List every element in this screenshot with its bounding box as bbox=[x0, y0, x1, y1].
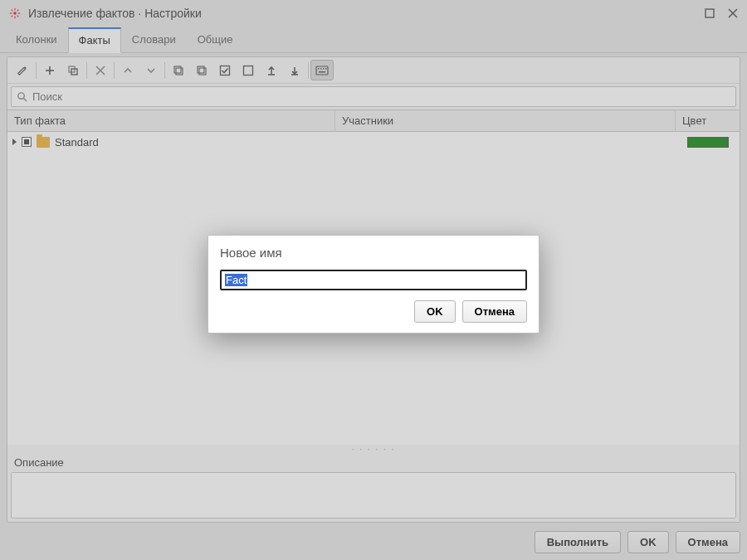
window-title: Извлечение фактов · Настройки bbox=[28, 7, 704, 20]
settings-icon[interactable] bbox=[11, 60, 34, 80]
titlebar: Извлечение фактов · Настройки bbox=[0, 0, 747, 27]
copy-icon[interactable] bbox=[61, 60, 85, 80]
column-fact-type[interactable]: Тип факта bbox=[7, 110, 335, 131]
dialog-title: Новое имя bbox=[220, 246, 527, 260]
svg-rect-31 bbox=[323, 68, 325, 70]
dialog-ok-button[interactable]: OK bbox=[414, 300, 456, 323]
toolbar bbox=[7, 57, 740, 84]
close-icon[interactable] bbox=[727, 7, 739, 19]
collapse-all-icon[interactable] bbox=[190, 60, 213, 80]
bottom-bar: Выполнить OK Отмена bbox=[0, 523, 747, 560]
svg-rect-20 bbox=[199, 68, 206, 75]
import-icon[interactable] bbox=[283, 60, 306, 80]
export-icon[interactable] bbox=[260, 60, 283, 80]
expand-icon[interactable] bbox=[12, 139, 17, 145]
dialog-name-input[interactable]: Fact bbox=[220, 270, 527, 290]
tabs: Колонки Факты Словари Общие bbox=[0, 27, 747, 53]
svg-rect-19 bbox=[176, 68, 183, 75]
ok-button[interactable]: OK bbox=[627, 531, 669, 553]
checkbox-indeterminate[interactable] bbox=[22, 137, 32, 147]
svg-rect-30 bbox=[320, 68, 322, 70]
move-down-icon[interactable] bbox=[139, 60, 163, 80]
svg-point-0 bbox=[14, 12, 16, 14]
dialog-input-value: Fact bbox=[225, 274, 247, 286]
folder-icon bbox=[37, 137, 50, 148]
svg-line-5 bbox=[12, 10, 13, 12]
add-icon[interactable] bbox=[38, 60, 61, 80]
svg-point-34 bbox=[18, 93, 24, 99]
maximize-icon[interactable] bbox=[704, 7, 715, 19]
tab-columns[interactable]: Колонки bbox=[5, 27, 68, 53]
tab-facts[interactable]: Факты bbox=[68, 27, 121, 53]
svg-line-35 bbox=[23, 98, 27, 101]
svg-line-6 bbox=[17, 16, 19, 17]
rename-dialog: Новое имя Fact OK Отмена bbox=[208, 235, 540, 334]
svg-rect-28 bbox=[316, 66, 328, 75]
svg-line-8 bbox=[12, 16, 13, 17]
tab-general[interactable]: Общие bbox=[187, 27, 244, 53]
svg-line-7 bbox=[17, 10, 19, 12]
delete-icon[interactable] bbox=[89, 60, 112, 80]
svg-rect-32 bbox=[325, 68, 327, 70]
svg-rect-29 bbox=[318, 68, 320, 70]
app-icon bbox=[8, 7, 22, 20]
row-name: Standard bbox=[55, 136, 99, 149]
column-participants[interactable]: Участники bbox=[335, 110, 676, 131]
svg-rect-21 bbox=[198, 66, 204, 73]
splitter[interactable]: · · · · · · bbox=[7, 445, 740, 453]
svg-rect-9 bbox=[706, 9, 714, 17]
expand-all-icon[interactable] bbox=[167, 60, 190, 80]
svg-rect-23 bbox=[244, 66, 253, 75]
svg-rect-22 bbox=[221, 66, 230, 75]
uncheck-all-icon[interactable] bbox=[237, 60, 260, 80]
description-textarea[interactable] bbox=[11, 472, 736, 519]
svg-rect-18 bbox=[174, 66, 181, 73]
search-icon bbox=[17, 91, 27, 102]
check-all-icon[interactable] bbox=[213, 60, 237, 80]
dialog-cancel-button[interactable]: Отмена bbox=[462, 300, 527, 323]
color-swatch[interactable] bbox=[687, 137, 729, 148]
column-color[interactable]: Цвет bbox=[676, 110, 740, 131]
execute-button[interactable]: Выполнить bbox=[535, 531, 621, 553]
cancel-button[interactable]: Отмена bbox=[676, 531, 740, 553]
move-up-icon[interactable] bbox=[116, 60, 139, 80]
table-header: Тип факта Участники Цвет bbox=[7, 110, 740, 132]
keyboard-icon[interactable] bbox=[310, 60, 334, 80]
tab-dictionaries[interactable]: Словари bbox=[121, 27, 187, 53]
search-input[interactable] bbox=[32, 90, 730, 103]
search-bar[interactable] bbox=[11, 86, 736, 107]
svg-rect-33 bbox=[319, 71, 325, 73]
table-row[interactable]: Standard bbox=[7, 132, 740, 152]
description-label: Описание bbox=[7, 453, 740, 472]
